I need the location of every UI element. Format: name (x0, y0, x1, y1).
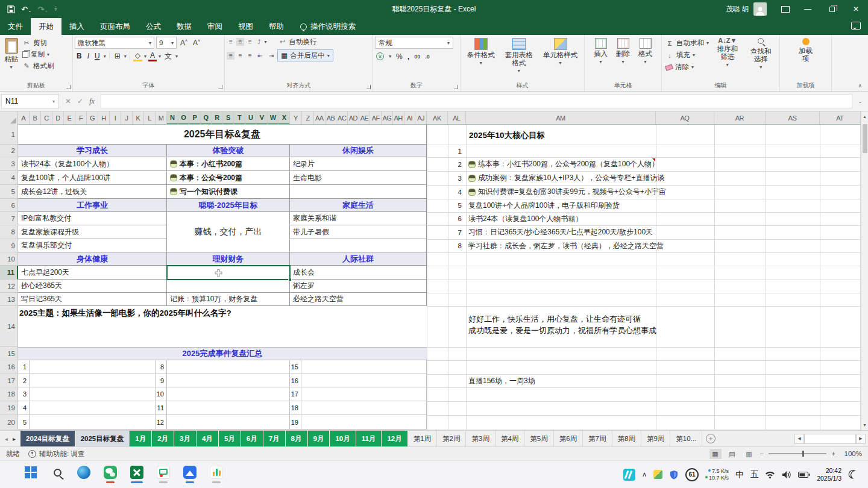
review-entry-cell[interactable] (301, 401, 427, 415)
column-header-A[interactable]: A (18, 111, 30, 124)
core-goal-text[interactable]: 练本事：小红书200篇，公众号200篇（复盘100个人物） (468, 157, 722, 171)
security-shield-icon[interactable] (669, 470, 679, 480)
fill-button[interactable]: ↓填充▾ (664, 50, 711, 60)
page-layout-view-icon[interactable]: ▤ (726, 449, 738, 459)
table-cell[interactable]: 带儿子暑假 (290, 225, 427, 239)
row-header-1[interactable]: 1 (0, 125, 18, 145)
sheet-tab-2025目标复盘[interactable]: 2025目标复盘 (75, 431, 130, 446)
core-goal-number[interactable]: 2 (448, 157, 464, 171)
table-cell[interactable]: 粥左罗 (290, 280, 427, 293)
summary-header-cell[interactable]: 2025完成事件复盘汇总 (18, 347, 427, 360)
page-break-view-icon[interactable]: ▥ (743, 449, 755, 459)
collapse-ribbon-icon[interactable]: ∧ (858, 83, 862, 89)
prev-sheet-icon[interactable]: ◂ (5, 436, 8, 442)
table-cell[interactable]: 本事：小红书200篇 (167, 157, 290, 171)
table-cell[interactable]: 成长会 (290, 266, 427, 280)
cancel-entry-icon[interactable]: ✕ (65, 97, 71, 105)
table-cell[interactable]: 生命电影 (290, 171, 427, 185)
formula-input[interactable] (101, 94, 852, 108)
zoom-slider[interactable] (769, 453, 826, 454)
customize-qat-icon[interactable]: ▿̄ (54, 7, 57, 12)
sheet-tab-12月[interactable]: 12月 (382, 431, 407, 446)
review-number-cell[interactable]: 3 (18, 387, 30, 401)
delete-cells-button[interactable]: 删除▾ (613, 37, 633, 67)
row-header-3[interactable]: 3 (0, 157, 18, 171)
menu-tab-帮助[interactable]: 帮助 (261, 18, 292, 35)
review-entry-cell[interactable] (301, 360, 427, 374)
column-header-B[interactable]: B (30, 111, 41, 124)
excel-app[interactable] (128, 463, 146, 487)
sheet-tab-2024目标复盘[interactable]: 2024目标复盘 (20, 431, 75, 446)
menu-tab-公式[interactable]: 公式 (138, 18, 169, 35)
menu-tab-页面布局[interactable]: 页面布局 (92, 18, 138, 35)
column-header-F[interactable]: F (75, 111, 87, 124)
review-number-cell[interactable]: 1 (18, 360, 30, 374)
column-header-AM[interactable]: AM (466, 111, 656, 124)
section-header-体验突破[interactable]: 体验突破 (167, 145, 290, 157)
column-header-AB[interactable]: AB (326, 111, 337, 124)
increase-decimal-icon[interactable]: 00 (414, 54, 420, 59)
column-header-AC[interactable]: AC (336, 111, 348, 124)
number-format-select[interactable]: 常规▾ (375, 37, 453, 49)
zoom-out-icon[interactable]: − (760, 450, 764, 457)
tell-me-search[interactable]: 操作说明搜索 (300, 18, 356, 35)
avatar[interactable] (753, 2, 767, 16)
expand-formula-bar-icon[interactable]: ⌄ (852, 98, 868, 104)
sheet-tab-9月[interactable]: 9月 (308, 431, 330, 446)
sheet-tab-4月[interactable]: 4月 (197, 431, 219, 446)
review-entry-cell[interactable] (30, 387, 156, 401)
fill-color-icon[interactable]: ◇ (133, 51, 142, 61)
column-header-N[interactable]: N (167, 111, 178, 124)
row-header-5[interactable]: 5 (0, 185, 18, 199)
sheet-tab-第10...[interactable]: 第10... (670, 431, 702, 446)
wechat-app[interactable] (101, 463, 119, 487)
row-header-13[interactable]: 13 (0, 293, 18, 306)
row-header-6[interactable]: 6 (0, 199, 18, 212)
new-sheet-button[interactable]: + (706, 434, 715, 443)
table-cell[interactable]: 复盘俱乐部交付 (18, 239, 167, 252)
core-goals-title[interactable]: 2025年10大核心目标 (466, 125, 656, 145)
review-entry-cell[interactable] (30, 401, 156, 415)
column-header-AJ[interactable]: AJ (415, 111, 427, 124)
table-cell[interactable]: 读书24本（复盘100个人物） (18, 157, 167, 171)
vertical-scrollbar[interactable]: ▲ ▼ (861, 111, 868, 430)
wrap-text-button[interactable]: ↩自动换行 (277, 37, 319, 47)
format-as-table-button[interactable]: 套用表格格式▾ (499, 37, 539, 76)
clock[interactable]: 20:422025/1/3 (817, 467, 841, 483)
column-header-V[interactable]: V (256, 111, 268, 124)
review-entry-cell[interactable] (30, 374, 156, 387)
table-cell[interactable] (167, 280, 290, 293)
format-painter-button[interactable]: ✎格式刷 (20, 61, 56, 71)
section-header-人际社群[interactable]: 人际社群 (290, 252, 427, 266)
row-header-2[interactable]: 2 (0, 145, 18, 157)
normal-view-icon[interactable]: ▦ (709, 449, 722, 459)
section-header-聪聪-2025年目标[interactable]: 聪聪-2025年目标 (167, 199, 290, 212)
undo-button[interactable]: ↶⌄ (21, 5, 32, 14)
table-cell[interactable]: 纪录片 (290, 157, 427, 171)
review-entry-cell[interactable] (167, 415, 290, 430)
row-header-16[interactable]: 16 (0, 360, 18, 374)
sheet-tab-11月[interactable]: 11月 (356, 431, 382, 446)
align-left-icon[interactable]: ≡ (227, 52, 234, 60)
column-header-AA[interactable]: AA (314, 111, 326, 124)
column-header-K[interactable]: K (133, 111, 144, 124)
font-name-select[interactable]: 微软雅黑▾ (75, 37, 154, 49)
scroll-up-icon[interactable]: ▲ (863, 111, 867, 122)
meeting-app[interactable] (181, 463, 199, 487)
column-header-AH[interactable]: AH (393, 111, 404, 124)
column-header-M[interactable]: M (156, 111, 167, 124)
table-cell[interactable]: 记账：预算10万，财务复盘 (167, 293, 290, 306)
sheet-tab-3月[interactable]: 3月 (174, 431, 197, 446)
copy-button[interactable]: 复制▾ (20, 49, 56, 60)
menu-tab-视图[interactable]: 视图 (230, 18, 261, 35)
column-header-X[interactable]: X (278, 111, 290, 124)
sheet-tab-2月[interactable]: 2月 (152, 431, 174, 446)
review-entry-cell[interactable] (167, 401, 290, 415)
edge-app[interactable] (75, 463, 93, 487)
paste-button[interactable]: 粘贴▾ (2, 37, 20, 73)
row-header-18[interactable]: 18 (0, 387, 18, 401)
column-header-AT[interactable]: AT (820, 111, 861, 124)
sheet-title-cell[interactable]: 2025年目标&复盘 (18, 125, 427, 145)
review-entry-cell[interactable] (167, 374, 290, 387)
table-cell[interactable] (290, 239, 427, 252)
